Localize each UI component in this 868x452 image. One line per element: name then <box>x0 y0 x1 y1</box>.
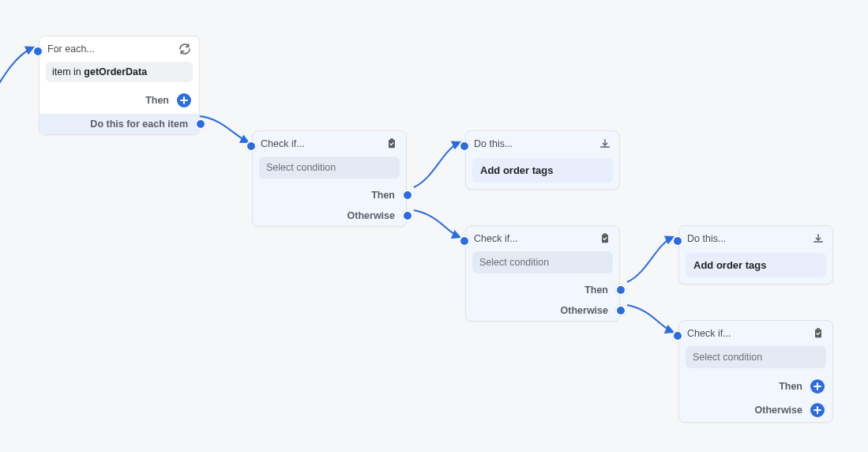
node-input-port[interactable] <box>459 141 470 152</box>
iterator-chip[interactable]: item in getOrderData <box>46 62 193 82</box>
node-input-port[interactable] <box>672 330 683 341</box>
then-label: Then <box>584 284 608 296</box>
otherwise-branch: Otherwise <box>253 205 406 226</box>
otherwise-output-port[interactable] <box>402 210 413 221</box>
refresh-icon <box>178 43 191 55</box>
then-branch: Then <box>253 185 406 205</box>
condition-input[interactable]: Select condition <box>472 251 613 273</box>
then-branch: Then <box>39 89 199 114</box>
add-then-button[interactable] <box>177 93 191 107</box>
then-output-port[interactable] <box>402 190 413 201</box>
download-icon <box>812 232 825 245</box>
otherwise-output-port[interactable] <box>615 305 626 316</box>
action-chip[interactable]: Add order tags <box>472 158 613 183</box>
node-header: Do this... <box>466 131 619 156</box>
do-this-node-2[interactable]: Do this... Add order tags <box>678 225 833 284</box>
then-output-port[interactable] <box>615 284 626 296</box>
then-label: Then <box>145 95 169 106</box>
for-each-node[interactable]: For each... item in getOrderData Then Do… <box>39 36 200 135</box>
clipboard-icon <box>599 232 611 245</box>
otherwise-label: Otherwise <box>348 210 395 221</box>
svg-rect-5 <box>817 328 820 330</box>
node-input-port[interactable] <box>246 141 257 152</box>
node-title: Do this... <box>474 138 599 149</box>
node-header: Check if... <box>466 226 619 251</box>
check-if-node-3[interactable]: Check if... Select condition Then Otherw… <box>678 320 833 423</box>
check-if-node-2[interactable]: Check if... Select condition Then Otherw… <box>465 225 620 322</box>
condition-placeholder: Select condition <box>266 162 336 173</box>
otherwise-branch: Otherwise <box>679 398 832 422</box>
node-header: Do this... <box>679 226 832 251</box>
node-header: For each... <box>39 36 199 62</box>
iterator-prefix: item in <box>52 66 84 77</box>
iterator-source: getOrderData <box>84 66 147 77</box>
node-title: For each... <box>47 43 178 55</box>
loop-label: Do this for each item <box>90 119 188 130</box>
node-title: Check if... <box>474 233 599 244</box>
condition-placeholder: Select condition <box>479 257 549 268</box>
do-this-node-1[interactable]: Do this... Add order tags <box>465 130 620 190</box>
node-title: Check if... <box>261 138 385 149</box>
node-input-port[interactable] <box>32 46 43 57</box>
action-label: Add order tags <box>480 164 553 176</box>
loop-branch: Do this for each item <box>39 114 199 134</box>
node-input-port[interactable] <box>672 235 683 247</box>
condition-input[interactable]: Select condition <box>259 156 400 179</box>
download-icon <box>599 137 611 150</box>
clipboard-icon <box>385 137 398 150</box>
then-branch: Then <box>466 280 619 300</box>
otherwise-branch: Otherwise <box>466 300 619 321</box>
then-branch: Then <box>679 375 832 398</box>
add-then-button[interactable] <box>810 379 825 394</box>
loop-output-port[interactable] <box>195 119 206 130</box>
node-title: Do this... <box>687 233 812 244</box>
node-title: Check if... <box>687 328 812 339</box>
action-label: Add order tags <box>693 259 766 271</box>
then-label: Then <box>371 190 395 201</box>
node-header: Check if... <box>679 321 832 346</box>
otherwise-label: Otherwise <box>755 405 802 416</box>
node-header: Check if... <box>253 131 406 156</box>
condition-placeholder: Select condition <box>693 352 762 363</box>
add-otherwise-button[interactable] <box>810 403 825 417</box>
clipboard-icon <box>812 327 825 340</box>
action-chip[interactable]: Add order tags <box>686 253 826 277</box>
then-label: Then <box>779 381 802 392</box>
node-input-port[interactable] <box>459 235 470 247</box>
svg-rect-3 <box>603 233 607 235</box>
condition-input[interactable]: Select condition <box>686 346 826 368</box>
otherwise-label: Otherwise <box>561 305 608 316</box>
svg-rect-1 <box>390 138 393 141</box>
check-if-node-1[interactable]: Check if... Select condition Then Otherw… <box>252 130 407 227</box>
